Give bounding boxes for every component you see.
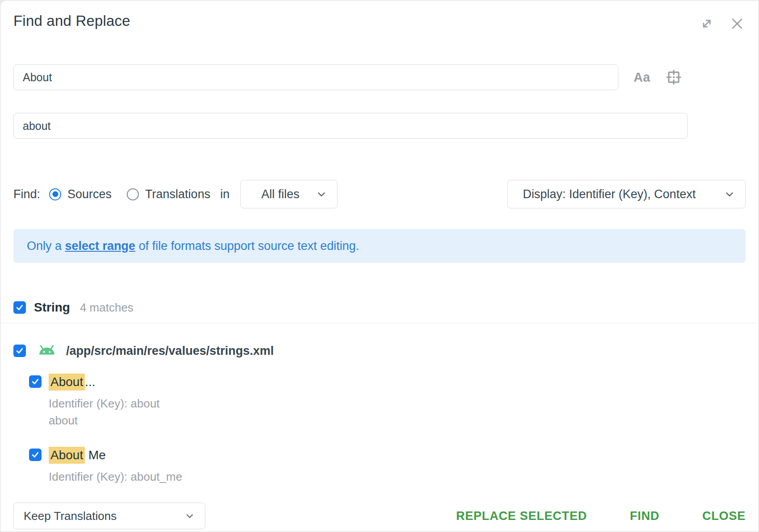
display-mode-value: Display: Identifier (Key), Context (517, 187, 696, 201)
chevron-down-icon (724, 188, 735, 200)
translations-label: Translations (145, 187, 210, 201)
expand-icon[interactable] (698, 15, 715, 32)
match-identifier: Identifier (Key): about_me (49, 469, 759, 485)
banner-prefix: Only a (27, 239, 65, 253)
banner-text: Only a select range of file formats supp… (27, 239, 359, 253)
group-label: String (34, 300, 70, 315)
file-checkbox[interactable] (13, 345, 26, 357)
select-range-link[interactable]: select range (65, 239, 136, 253)
match-row: About Me Identifier (Key): about_me (0, 446, 759, 485)
dialog-header: Find and Replace (0, 0, 759, 32)
close-button[interactable]: CLOSE (702, 509, 746, 523)
translations-mode-select[interactable]: Keep Translations (13, 503, 205, 529)
match-checkbox[interactable] (29, 449, 42, 461)
replace-input[interactable] (13, 113, 688, 139)
match-context: about (49, 412, 759, 428)
divider (0, 323, 759, 323)
radio-option-sources[interactable]: Sources (49, 187, 112, 201)
files-scope-select[interactable]: All files (240, 180, 338, 208)
match-row: About... Identifier (Key): about about (0, 373, 759, 428)
match-identifier: Identifier (Key): about (49, 395, 759, 411)
in-label: in (220, 187, 229, 201)
match-rest: Me (85, 448, 106, 462)
match-checkbox[interactable] (29, 375, 42, 388)
android-icon (38, 343, 56, 359)
find-label: Find: (13, 187, 40, 201)
chevron-down-icon (184, 511, 195, 521)
match-text[interactable]: About... (49, 373, 96, 391)
find-input[interactable] (13, 64, 618, 90)
find-button[interactable]: FIND (630, 509, 659, 523)
display-mode-select[interactable]: Display: Identifier (Key), Context (507, 180, 746, 208)
dialog-title: Find and Replace (13, 12, 130, 29)
banner-suffix: of file formats support source text edit… (135, 239, 359, 253)
chevron-down-icon (316, 188, 327, 200)
match-case-icon[interactable]: Aa (634, 71, 650, 84)
sources-radio[interactable] (49, 188, 61, 200)
replace-selected-button[interactable]: REPLACE SELECTED (456, 509, 587, 523)
sources-label: Sources (67, 187, 112, 201)
translations-radio[interactable] (127, 188, 139, 200)
find-and-replace-dialog: Find and Replace Aa (0, 0, 759, 532)
radio-option-translations[interactable]: Translations (127, 187, 210, 201)
highlighted-term: About (49, 374, 85, 391)
files-scope-value: All files (259, 187, 300, 201)
selection-frame-icon[interactable] (665, 69, 682, 86)
match-rest: ... (85, 375, 95, 389)
match-text[interactable]: About Me (49, 446, 106, 464)
translations-mode-value: Keep Translations (24, 509, 117, 523)
close-icon[interactable] (729, 15, 746, 32)
string-group-checkbox[interactable] (13, 301, 26, 314)
match-count: 4 matches (80, 301, 133, 315)
highlighted-term: About (49, 447, 85, 464)
file-path[interactable]: /app/src/main/res/values/strings.xml (66, 344, 274, 358)
info-banner: Only a select range of file formats supp… (13, 229, 746, 263)
